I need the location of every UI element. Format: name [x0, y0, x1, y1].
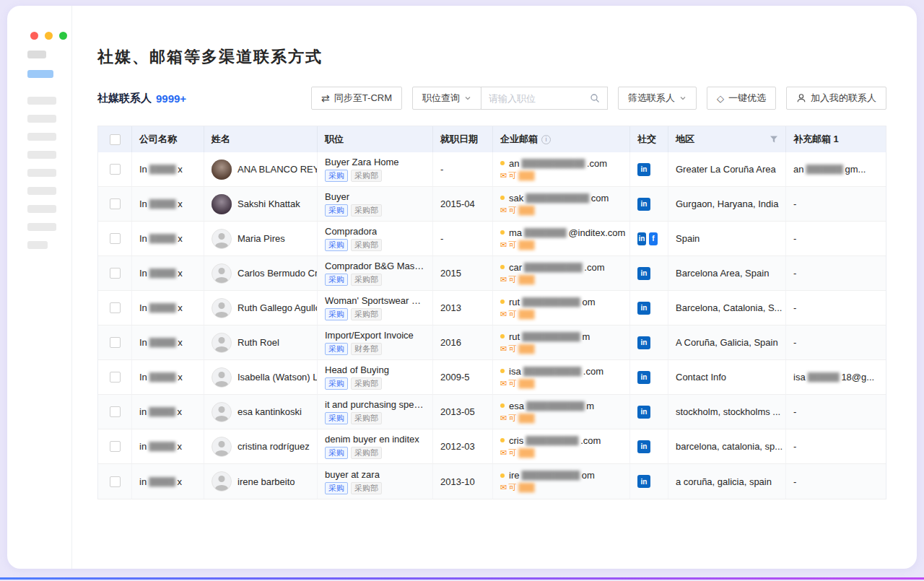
linkedin-icon[interactable]: in	[637, 267, 650, 280]
avatar	[212, 229, 232, 249]
one-click-optimize-button[interactable]: ◇ 一键优选	[707, 87, 776, 110]
contact-name: Carlos Bermudo Cr...	[237, 268, 318, 279]
redacted-text: ███	[518, 206, 534, 214]
marketing-badge: ✉可███	[500, 413, 535, 424]
contact-name: cristina rodríguez	[237, 441, 310, 452]
redacted-text: ███████████	[522, 333, 580, 341]
position-title: Head of Buying	[325, 364, 389, 375]
sidebar-active-item[interactable]	[27, 70, 53, 78]
linkedin-icon[interactable]: in	[637, 163, 650, 176]
position-cell: Woman' Sportswear Bu... 采购采购部	[318, 291, 433, 325]
marketing-badge: ✉可███	[500, 378, 535, 389]
position-title: Import/Export Invoice	[325, 330, 414, 341]
position-tag: 采购部	[351, 412, 382, 424]
extra-email-cell: -	[786, 256, 887, 290]
sidebar-skeleton-bar	[27, 97, 56, 105]
linkedin-icon[interactable]: in	[637, 198, 650, 211]
add-to-my-contacts-button[interactable]: 加入我的联系人	[786, 87, 886, 110]
email-line: rut███████████m	[500, 331, 590, 342]
row-checkbox[interactable]	[110, 233, 121, 244]
row-checkbox-cell	[98, 222, 132, 255]
table-row: In█████x Ruth Gallego Agulló Woman' Spor…	[98, 291, 886, 326]
position-cell: Import/Export Invoice 采购财务部	[318, 326, 433, 359]
region-cell: Barcelona, Catalonia, S...	[668, 291, 786, 325]
region-cell: Contact Info	[668, 360, 786, 394]
marketing-badge: ✉可███	[500, 447, 535, 458]
region-cell: A Coruña, Galicia, Spain	[668, 326, 786, 359]
header-checkbox-cell	[98, 126, 132, 152]
column-header-extra-email: 补充邮箱 1	[786, 126, 887, 152]
avatar	[212, 263, 232, 284]
start-date-cell: -	[433, 222, 493, 255]
info-icon[interactable]: i	[541, 135, 551, 144]
maximize-window-button[interactable]	[59, 32, 67, 40]
avatar	[212, 367, 232, 388]
company-cell: In█████x	[132, 326, 204, 359]
table-row: In█████x Isabella (Watson) L... Head of …	[98, 360, 886, 395]
email-line: esa███████████m	[500, 401, 594, 411]
linkedin-icon[interactable]: in	[637, 406, 650, 419]
contact-name: Isabella (Watson) L...	[237, 372, 318, 383]
position-cell: Head of Buying 采购采购部	[318, 360, 433, 394]
linkedin-icon[interactable]: in	[637, 440, 650, 453]
sidebar-skeleton-bar	[27, 169, 56, 177]
toolbar: 社媒联系人 9999+ ⇄ 同步至T-CRM 职位查询	[97, 87, 886, 110]
minimize-window-button[interactable]	[45, 32, 53, 40]
email-status-dot	[500, 438, 505, 442]
toolbar-actions: ⇄ 同步至T-CRM 职位查询 筛选联系人	[311, 87, 886, 110]
region-cell: Spain	[668, 222, 786, 255]
company-cell: in█████x	[132, 464, 204, 499]
start-date-cell: 2013-05	[433, 395, 493, 429]
position-tags: 采购采购部	[325, 239, 382, 251]
position-cell: buyer at zara 采购采购部	[318, 464, 433, 499]
linkedin-icon[interactable]: in	[637, 371, 650, 384]
row-checkbox[interactable]	[110, 406, 121, 417]
extra-email-cell: -	[786, 326, 887, 359]
close-window-button[interactable]	[30, 32, 38, 40]
row-checkbox[interactable]	[110, 441, 121, 452]
select-all-checkbox[interactable]	[110, 134, 121, 145]
row-checkbox[interactable]	[110, 372, 121, 383]
row-checkbox[interactable]	[110, 302, 121, 313]
table-row: In█████x Maria Pires Compradora 采购采购部 - …	[98, 222, 886, 256]
email-line: ire███████████om	[500, 470, 595, 481]
redacted-text: ███	[518, 276, 534, 284]
email-cell: ma████████@inditex.com ✉可███	[493, 222, 630, 255]
email-cell: rut███████████m ✉可███	[493, 326, 630, 359]
linkedin-icon[interactable]: in	[637, 475, 650, 488]
row-checkbox[interactable]	[110, 198, 121, 209]
position-search-input[interactable]	[489, 93, 590, 104]
linkedin-icon[interactable]: in	[637, 232, 646, 245]
search-icon[interactable]	[590, 93, 600, 103]
email-cell: car███████████.com ✉可███	[493, 256, 630, 290]
table-row: in█████x cristina rodríguez denim buyer …	[98, 429, 886, 464]
sidebar	[7, 6, 72, 569]
social-cell: in	[630, 326, 668, 359]
filter-icon[interactable]	[770, 135, 778, 144]
sync-crm-button[interactable]: ⇄ 同步至T-CRM	[311, 87, 402, 110]
start-date-cell: 2015-04	[433, 187, 493, 221]
column-header-position: 职位	[318, 126, 433, 152]
position-cell: denim buyer en inditex 采购采购部	[318, 429, 433, 463]
company-cell: In█████x	[132, 256, 204, 290]
row-checkbox[interactable]	[110, 476, 121, 487]
filter-contacts-button[interactable]: 筛选联系人	[618, 87, 697, 110]
start-date-cell: 2013-10	[433, 464, 493, 499]
position-cell: Buyer Zara Home 采购采购部	[318, 152, 433, 186]
position-tag: 采购	[325, 170, 348, 182]
start-date-cell: 2016	[433, 326, 493, 359]
position-query-select[interactable]: 职位查询	[412, 87, 481, 110]
region-cell: Greater La Coruña Area	[668, 152, 786, 186]
position-tag: 采购	[325, 377, 348, 390]
position-tag: 采购	[325, 343, 348, 355]
facebook-icon[interactable]: f	[649, 232, 658, 245]
linkedin-icon[interactable]: in	[637, 336, 650, 349]
table-row: in█████x irene barbeito buyer at zara 采购…	[98, 464, 886, 499]
contact-name: esa kantinkoski	[237, 406, 302, 417]
extra-email-cell: -	[786, 429, 887, 463]
row-checkbox[interactable]	[110, 337, 121, 348]
row-checkbox[interactable]	[110, 268, 121, 279]
row-checkbox[interactable]	[110, 164, 121, 175]
linkedin-icon[interactable]: in	[637, 302, 650, 315]
sync-icon: ⇄	[321, 93, 330, 103]
